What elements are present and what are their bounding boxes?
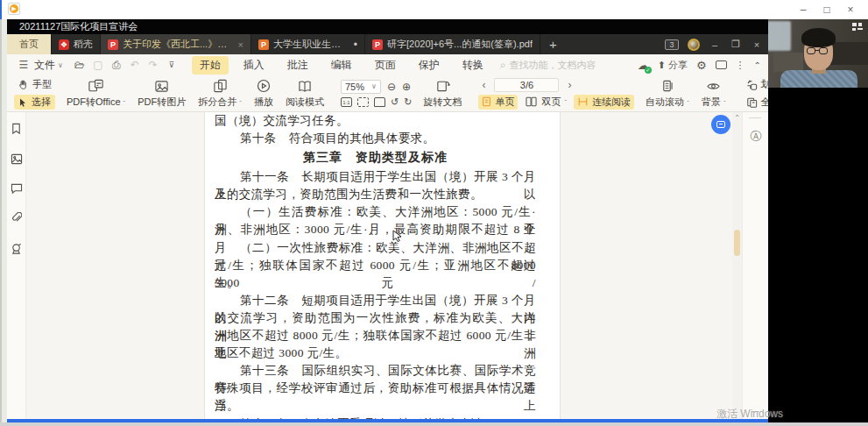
menu-tab-page[interactable]: 页面 [367,56,404,75]
doc-line: （二）一次性旅费标准：欧美、大洋洲、非洲地区不超过 8000 [215,239,536,257]
collapse-ribbon-icon[interactable]: ⌃ [754,60,761,70]
rotate-right-icon[interactable]: ↻ [404,96,412,108]
hand-icon [18,79,29,90]
tab-document-ppt[interactable]: P 大学生职业生涯规划-2021春季学期 • [251,34,365,54]
auto-scroll-button[interactable]: 自动滚动 ˇ [639,79,695,109]
player-minimize-button[interactable]: – [793,2,814,18]
tab-home[interactable]: 首页 [7,34,52,54]
attachment-icon[interactable] [11,212,22,224]
new-tab-button[interactable]: + [540,34,566,54]
doc-line: 元/生；独联体国家不超过 6000 元/生；亚洲地区不超过 3000 元/ [215,257,536,274]
wps-minimize-button[interactable]: – [709,39,721,50]
rotate-document-icon [435,79,450,93]
strip-divider [749,117,761,118]
menu-tab-protect[interactable]: 保护 [411,56,448,75]
dictionary-lookup-icon[interactable]: Ⓐ [749,130,763,144]
double-page-icon [525,96,538,107]
right-tool-strip [742,112,768,421]
actual-size-icon[interactable]: 1:1 [341,97,352,107]
avatar[interactable] [688,39,700,51]
bookmark-icon[interactable] [11,123,22,135]
tab-document-active[interactable]: P 关于印发《西北工...》的通知.pdf × [101,34,251,54]
single-page-button[interactable]: 单页 [478,95,518,110]
cloud-sync-icon[interactable]: ☁ [638,59,649,72]
menu-tab-insert[interactable]: 插入 [236,56,272,75]
doc-section-heading: 第三章 资助类型及标准 [215,147,536,168]
left-panel-sidebar [7,112,26,421]
read-mode-button[interactable]: 阅读模式 [279,79,330,109]
doc-line: 第十二条 短期项目适用于学生出国（境）开展 3 个月以内 [215,292,536,309]
doc-line: 国（境）交流学习任务。 [215,112,536,130]
file-menu[interactable]: 文件 [34,58,55,73]
doc-line: 第十一条 长期项目适用于学生出国（境）开展 3 个月及以 [215,168,536,186]
menu-tab-annotate[interactable]: 批注 [279,56,316,75]
thumbnails-icon[interactable] [11,153,23,165]
doc-line: 洲、非洲地区：3000 元/生·月，最高资助期限不超过 8 个月； [215,221,536,238]
comment-panel-icon[interactable] [11,183,23,194]
tab-docer[interactable]: ❖ 稻壳 [52,34,101,54]
unsaved-dot: • [354,39,357,51]
play-icon [257,79,271,93]
pdf-file-icon: P [108,39,118,50]
activate-windows-watermark: 激活 Windows [716,407,783,422]
wps-close-button[interactable]: × [751,39,763,50]
fit-page-icon[interactable] [374,97,385,107]
previous-page-icon[interactable]: ‹ [478,79,489,91]
share-button[interactable]: ⬆ 分享 [658,59,688,72]
undo-icon[interactable]: ↶ [127,59,143,71]
doc-line: 洲地区不超过 8000 元/生；独联体国家不超过 6000 元/生；亚洲 [215,327,536,344]
rotate-document-button[interactable]: 旋转文档 [417,79,468,109]
select-tool-button[interactable]: 选择 [14,95,55,110]
comment-icon[interactable] [716,60,727,69]
auto-scroll-icon [661,79,673,93]
video-layout-icon[interactable] [852,23,863,32]
document-count-badge[interactable]: 3 [665,39,679,50]
chevron-down-icon: ∨ [58,61,63,69]
service-assistant-button[interactable] [711,115,730,134]
page-indicator-input[interactable]: 3/6 [494,78,559,92]
continuous-read-button[interactable]: 连续阅读 [574,95,634,110]
menu-tab-start[interactable]: 开始 [192,56,229,75]
tab-bar: 首页 ❖ 稻壳 P 关于印发《西北工...》的通知.pdf × P 大学生职业生… [7,34,768,54]
ribbon-toolbar: 手型 选择 PDF转Office ˇ PDF转图片 拆分合并 ˇ 播放 阅读模式… [7,75,768,112]
wps-restore-button[interactable]: ❐ [730,39,742,50]
tab-close-icon[interactable]: × [238,39,243,50]
rotate-left-icon[interactable]: ↺ [391,96,399,108]
search-input[interactable]: ⌕ 查找功能，文档内容 [500,59,596,72]
scroll-up-arrow[interactable]: ⌃ [732,114,742,123]
menu-tab-edit[interactable]: 编辑 [323,56,360,75]
vertical-scrollbar[interactable] [732,112,742,421]
stamp-seal-icon[interactable] [11,243,23,255]
background-button[interactable]: 背景 ˇ [695,79,732,109]
player-close-button[interactable]: × [840,2,861,18]
doc-line: 第十三条 国际组织实习、国际文体比赛、国际学术竞赛等 [215,362,536,380]
share-icon: ⬆ [658,60,668,70]
play-button[interactable]: 播放 [248,79,279,109]
redo-icon[interactable]: ↷ [145,59,161,71]
pdf-to-image-button[interactable]: PDF转图片 [131,79,192,109]
toolbar-options-icon[interactable]: ⊽ [164,60,180,69]
save-icon[interactable]: ▢ [90,59,106,71]
single-page-icon [482,96,491,107]
pdf-to-office-button[interactable]: PDF转Office ˇ [60,79,131,109]
cursor-icon [18,97,28,108]
next-page-icon[interactable]: › [564,79,575,91]
split-merge-button[interactable]: 拆分合并 ˇ [192,79,248,109]
scrollbar-thumb[interactable] [734,230,740,256]
pdf-file-icon: P [372,39,383,50]
more-menu-icon[interactable]: ⋮ [736,60,745,71]
tab-document-pdf2[interactable]: P 研字[2020]+6号...的通知(签章).pdf [365,34,540,54]
player-maximize-button[interactable]: □ [816,2,837,18]
zoom-level-select[interactable]: 75%∨ [341,80,381,94]
fit-width-icon[interactable] [357,97,369,107]
player-app-icon: ▶ [8,3,20,15]
open-icon[interactable]: 🗁 [72,59,88,71]
menu-tab-convert[interactable]: 转换 [455,56,491,75]
hand-tool-button[interactable]: 手型 [14,77,55,92]
zoom-in-icon[interactable]: ⊕ [402,81,411,93]
doc-line: （一）生活费标准：欧美、大洋洲地区：5000 元/生·月、亚 [215,203,536,221]
zoom-out-icon[interactable]: ⊖ [387,81,396,93]
double-page-button[interactable]: 双页ˇ [521,95,570,110]
settings-gear-icon[interactable]: ⚙ [696,59,707,72]
print-icon[interactable]: ⎙ [109,59,124,71]
